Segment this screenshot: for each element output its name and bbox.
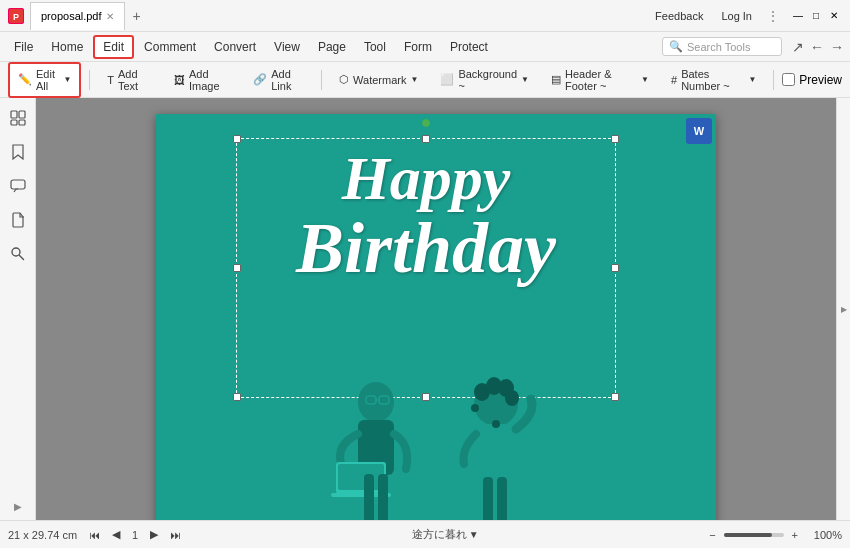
svg-rect-6	[11, 180, 25, 189]
main-area: ▶ Happy Birthday	[0, 98, 850, 520]
add-image-icon: 🖼	[174, 74, 185, 86]
svg-rect-25	[483, 477, 493, 520]
preview-label: Preview	[799, 73, 842, 87]
menu-form[interactable]: Form	[396, 37, 440, 57]
header-footer-dropdown-icon: ▼	[641, 75, 649, 84]
rotation-handle[interactable]	[422, 119, 430, 127]
background-label: Background ~	[458, 68, 517, 92]
external-link-icon[interactable]: ↗	[792, 39, 804, 55]
happy-text: Happy	[226, 144, 626, 212]
word-label: W	[694, 125, 704, 137]
bates-number-button[interactable]: # Bates Number ~ ▼	[662, 63, 765, 97]
handle-top-right[interactable]	[611, 135, 619, 143]
svg-rect-24	[476, 424, 516, 479]
back-icon[interactable]: ←	[810, 39, 824, 55]
close-button[interactable]: ✕	[826, 8, 842, 24]
add-text-label: Add Text	[118, 68, 152, 92]
zoom-controls: − + 100%	[705, 527, 842, 543]
watermark-label: Watermark	[353, 74, 406, 86]
edit-icon: ✏️	[18, 73, 32, 86]
tab-close-icon[interactable]: ✕	[106, 11, 114, 22]
add-text-button[interactable]: T Add Text	[98, 63, 161, 97]
menu-convert[interactable]: Convert	[206, 37, 264, 57]
watermark-dropdown-icon: ▼	[410, 75, 418, 84]
app-icon: P	[8, 8, 24, 24]
background-icon: ⬜	[440, 73, 454, 86]
handle-top-center[interactable]	[422, 135, 430, 143]
people-illustration	[236, 374, 636, 520]
svg-rect-16	[364, 474, 374, 520]
zoom-fill	[724, 533, 772, 537]
watermark-icon: ⬡	[339, 73, 349, 86]
add-image-button[interactable]: 🖼 Add Image	[165, 63, 240, 97]
window-controls: — □ ✕	[790, 8, 842, 24]
right-panel-toggle[interactable]: ▶	[836, 98, 850, 520]
zoom-level: 100%	[806, 529, 842, 541]
menu-tool[interactable]: Tool	[356, 37, 394, 57]
menu-icons-right: ↗ ← →	[792, 39, 844, 55]
menu-file[interactable]: File	[6, 37, 41, 57]
sidebar-search-icon[interactable]	[6, 242, 30, 266]
menu-page[interactable]: Page	[310, 37, 354, 57]
svg-point-27	[492, 420, 500, 428]
svg-rect-14	[338, 464, 384, 490]
menu-view[interactable]: View	[266, 37, 308, 57]
minimize-button[interactable]: —	[790, 8, 806, 24]
sidebar-comments-icon[interactable]	[6, 174, 30, 198]
bates-icon: #	[671, 74, 677, 86]
svg-point-23	[471, 404, 479, 412]
pdf-tab[interactable]: proposal.pdf ✕	[30, 2, 125, 30]
svg-point-7	[12, 248, 20, 256]
bates-label: Bates Number ~	[681, 68, 744, 92]
bates-dropdown-icon: ▼	[749, 75, 757, 84]
menu-home[interactable]: Home	[43, 37, 91, 57]
preview-checkbox[interactable]	[782, 73, 795, 86]
first-page-button[interactable]: ⏮	[85, 527, 104, 543]
search-icon: 🔍	[669, 40, 683, 53]
sidebar-expand-arrow[interactable]: ▶	[12, 500, 24, 512]
header-footer-button[interactable]: ▤ Header & Footer ~ ▼	[542, 63, 658, 97]
svg-rect-17	[378, 474, 388, 520]
next-page-button[interactable]: ▶	[146, 526, 162, 543]
header-footer-label: Header & Footer ~	[565, 68, 637, 92]
svg-text:P: P	[13, 12, 19, 22]
zoom-slider[interactable]	[724, 533, 784, 537]
toolbar: ✏️ Edit All ▼ T Add Text 🖼 Add Image 🔗 A…	[0, 62, 850, 98]
word-icon[interactable]: W	[686, 118, 712, 144]
sidebar-bookmarks-icon[interactable]	[6, 140, 30, 164]
zoom-out-button[interactable]: −	[705, 527, 719, 543]
watermark-button[interactable]: ⬡ Watermark ▼	[330, 68, 427, 91]
menu-bar: File Home Edit Comment Convert View Page…	[0, 32, 850, 62]
japanese-status-text: 途方に暮れ	[412, 527, 467, 542]
maximize-button[interactable]: □	[808, 8, 824, 24]
right-panel-arrow-icon: ▶	[841, 305, 847, 314]
title-bar-left: P proposal.pdf ✕ +	[8, 2, 149, 30]
edit-all-button[interactable]: ✏️ Edit All ▼	[8, 62, 81, 98]
status-left: 21 x 29.74 cm	[8, 529, 77, 541]
prev-page-button[interactable]: ◀	[108, 526, 124, 543]
add-text-icon: T	[107, 74, 114, 86]
zoom-in-button[interactable]: +	[788, 527, 802, 543]
forward-icon[interactable]: →	[830, 39, 844, 55]
search-tools-input[interactable]: 🔍 Search Tools	[662, 37, 782, 56]
sidebar-thumbnails-icon[interactable]	[6, 106, 30, 130]
menu-edit[interactable]: Edit	[93, 35, 134, 59]
add-link-button[interactable]: 🔗 Add Link	[244, 63, 313, 97]
login-button[interactable]: Log In	[717, 8, 756, 24]
header-footer-icon: ▤	[551, 73, 561, 86]
menu-protect[interactable]: Protect	[442, 37, 496, 57]
birthday-text: Birthday	[226, 212, 626, 284]
new-tab-button[interactable]: +	[125, 4, 149, 28]
more-options-icon[interactable]: ⋮	[766, 8, 780, 24]
dropdown-status-icon[interactable]: ▼	[469, 529, 479, 540]
background-button[interactable]: ⬜ Background ~ ▼	[431, 63, 538, 97]
search-placeholder: Search Tools	[687, 41, 750, 53]
canvas-area: Happy Birthday	[36, 98, 836, 520]
separator-3	[773, 70, 774, 90]
preview-checkbox-area[interactable]: Preview	[782, 73, 842, 87]
handle-top-left[interactable]	[233, 135, 241, 143]
menu-comment[interactable]: Comment	[136, 37, 204, 57]
last-page-button[interactable]: ⏭	[166, 527, 185, 543]
sidebar-attachments-icon[interactable]	[6, 208, 30, 232]
feedback-button[interactable]: Feedback	[651, 8, 707, 24]
